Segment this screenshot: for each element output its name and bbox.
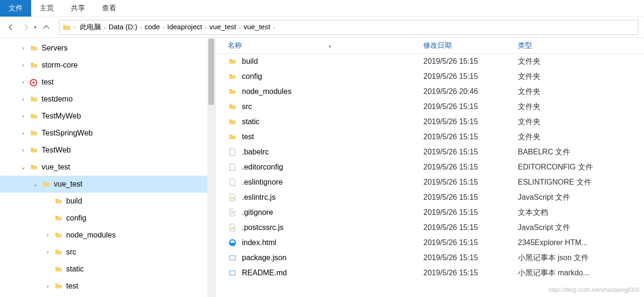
tree-item-label: src bbox=[66, 248, 76, 256]
column-date[interactable]: 修改日期 bbox=[423, 41, 518, 50]
menu-bar: 文件主页共享查看 bbox=[0, 0, 644, 17]
file-row[interactable]: package.json2019/5/26 15:15小黑记事本 json 文件 bbox=[215, 250, 644, 265]
tree-scrollbar[interactable] bbox=[207, 38, 215, 297]
file-list-panel: 名称 ▴ 修改日期 类型 build2019/5/26 15:15文件夹conf… bbox=[215, 38, 644, 297]
tree-item[interactable]: ⌄vue_test bbox=[0, 159, 215, 176]
address-bar-row: ▾ › 此电脑›Data (D:)›code›Ideaproject›vue_t… bbox=[0, 17, 644, 38]
chevron-right-icon[interactable]: › bbox=[20, 147, 26, 153]
file-date: 2019/5/26 15:15 bbox=[423, 118, 518, 126]
file-row[interactable]: .editorconfig2019/5/26 15:15EDITORCONFIG… bbox=[215, 160, 644, 175]
chevron-right-icon[interactable]: › bbox=[44, 232, 51, 238]
folder-icon bbox=[54, 265, 63, 273]
file-date: 2019/5/26 15:15 bbox=[423, 223, 518, 232]
folder-icon bbox=[29, 146, 39, 154]
breadcrumb-item[interactable]: 此电脑 bbox=[78, 22, 103, 32]
folder-icon bbox=[54, 197, 63, 205]
js-icon: JS bbox=[228, 223, 237, 232]
chevron-right-icon[interactable]: › bbox=[44, 283, 51, 289]
file-type: ESLINTIGNORE 文件 bbox=[518, 178, 644, 187]
file-row[interactable]: .babelrc2019/5/26 15:15BABELRC 文件 bbox=[215, 144, 644, 160]
file-name: .eslintrc.js bbox=[242, 193, 275, 202]
file-row[interactable]: build2019/5/26 15:15文件夹 bbox=[215, 54, 644, 69]
file-row[interactable]: .gitignore2019/5/26 15:15文本文档 bbox=[215, 205, 644, 220]
forward-button[interactable] bbox=[21, 22, 31, 33]
tree-item-label: vue_test bbox=[42, 163, 70, 171]
file-row[interactable]: index.html2019/5/26 15:152345Explorer HT… bbox=[215, 235, 644, 250]
file-date: 2019/5/26 15:15 bbox=[423, 238, 518, 247]
folder-icon bbox=[228, 117, 237, 127]
menu-item-2[interactable]: 共享 bbox=[62, 0, 94, 17]
menu-item-1[interactable]: 主页 bbox=[31, 0, 62, 17]
chevron-down-icon[interactable]: ⌄ bbox=[32, 181, 39, 187]
tree-item[interactable]: ›test bbox=[0, 278, 215, 295]
tree-item[interactable]: ›TestWeb bbox=[0, 142, 215, 159]
tree-item[interactable]: ›test bbox=[0, 74, 215, 91]
tree-item-label: storm-core bbox=[42, 61, 77, 69]
tree-item[interactable]: ›config bbox=[0, 210, 215, 227]
chevron-right-icon[interactable]: › bbox=[20, 62, 26, 68]
up-button[interactable] bbox=[41, 22, 52, 33]
tree-item-label: testdemo bbox=[42, 95, 73, 103]
folder-icon bbox=[29, 112, 39, 120]
tree-item-label: config bbox=[66, 214, 86, 222]
chevron-right-icon[interactable]: › bbox=[20, 130, 26, 136]
file-row[interactable]: JS.postcssrc.js2019/5/26 15:15JavaScript… bbox=[215, 220, 644, 235]
file-type: 小黑记事本 markdo... bbox=[518, 268, 644, 278]
back-button[interactable] bbox=[6, 22, 16, 33]
folder-icon bbox=[228, 72, 237, 81]
tree-item[interactable]: ›TestSpringWeb bbox=[0, 125, 215, 142]
breadcrumb-item[interactable]: Ideaproject bbox=[165, 22, 204, 32]
file-date: 2019/5/26 15:15 bbox=[423, 178, 518, 187]
file-row[interactable]: static2019/5/26 15:15文件夹 bbox=[215, 114, 644, 129]
file-icon bbox=[228, 178, 237, 187]
folder-icon bbox=[29, 61, 39, 69]
tree-item[interactable]: ›TestMyWeb bbox=[0, 108, 215, 125]
file-type: 文件夹 bbox=[518, 132, 644, 142]
tree-item[interactable]: ›node_modules bbox=[0, 227, 215, 244]
scrollbar-thumb[interactable] bbox=[208, 39, 214, 105]
chevron-right-icon[interactable]: › bbox=[20, 113, 26, 119]
tree-item[interactable]: ⌄vue_test bbox=[0, 176, 215, 193]
folder-icon bbox=[228, 57, 237, 66]
tree-item-label: node_modules bbox=[66, 231, 116, 239]
file-row[interactable]: node_modules2019/5/26 20:46文件夹 bbox=[215, 84, 644, 99]
file-type: JavaScript 文件 bbox=[518, 223, 644, 233]
tree-item[interactable]: ›src bbox=[0, 244, 215, 261]
chevron-right-icon[interactable]: › bbox=[20, 45, 26, 51]
breadcrumb-item[interactable]: code bbox=[143, 22, 162, 32]
file-type: 文件夹 bbox=[518, 87, 644, 97]
svg-text:JS: JS bbox=[231, 196, 234, 200]
file-row[interactable]: config2019/5/26 15:15文件夹 bbox=[215, 69, 644, 84]
breadcrumb-item[interactable]: Data (D:) bbox=[107, 22, 139, 32]
chevron-down-icon[interactable]: ⌄ bbox=[20, 164, 26, 170]
file-type: 文件夹 bbox=[518, 72, 644, 82]
column-name[interactable]: 名称 ▴ bbox=[215, 41, 423, 50]
breadcrumb-item[interactable]: vue_test bbox=[207, 22, 238, 32]
tree-item[interactable]: ›testdemo bbox=[0, 91, 215, 108]
file-name: package.json bbox=[242, 254, 286, 262]
history-dropdown-icon[interactable]: ▾ bbox=[34, 25, 36, 30]
file-row[interactable]: test2019/5/26 15:15文件夹 bbox=[215, 129, 644, 144]
breadcrumb-bar[interactable]: › 此电脑›Data (D:)›code›Ideaproject›vue_tes… bbox=[59, 20, 638, 35]
tree-item[interactable]: ›build bbox=[0, 193, 215, 210]
menu-item-0[interactable]: 文件 bbox=[0, 0, 31, 17]
tree-item[interactable]: ›storm-core bbox=[0, 57, 215, 74]
folder-icon bbox=[54, 282, 63, 290]
tree-item[interactable]: ›static bbox=[0, 261, 215, 278]
chevron-right-icon[interactable]: › bbox=[20, 79, 26, 85]
file-row[interactable]: .eslintignore2019/5/26 15:15ESLINTIGNORE… bbox=[215, 175, 644, 190]
chevron-right-icon[interactable]: › bbox=[44, 249, 51, 255]
column-type[interactable]: 类型 bbox=[518, 41, 644, 50]
menu-item-3[interactable]: 查看 bbox=[94, 0, 125, 17]
folder-icon bbox=[62, 23, 71, 32]
breadcrumb-item[interactable]: vue_test bbox=[241, 22, 272, 32]
file-row[interactable]: README.md2019/5/26 15:15小黑记事本 markdo... bbox=[215, 265, 644, 280]
chevron-right-icon[interactable]: › bbox=[20, 96, 26, 102]
file-row[interactable]: src2019/5/26 15:15文件夹 bbox=[215, 99, 644, 114]
tree-item[interactable]: ›Servers bbox=[0, 40, 215, 57]
text-icon bbox=[228, 208, 237, 217]
file-row[interactable]: JS.eslintrc.js2019/5/26 15:15JavaScript … bbox=[215, 190, 644, 205]
chevron-right-icon: › bbox=[139, 25, 143, 30]
target-icon bbox=[29, 78, 39, 86]
note-icon bbox=[228, 268, 237, 278]
